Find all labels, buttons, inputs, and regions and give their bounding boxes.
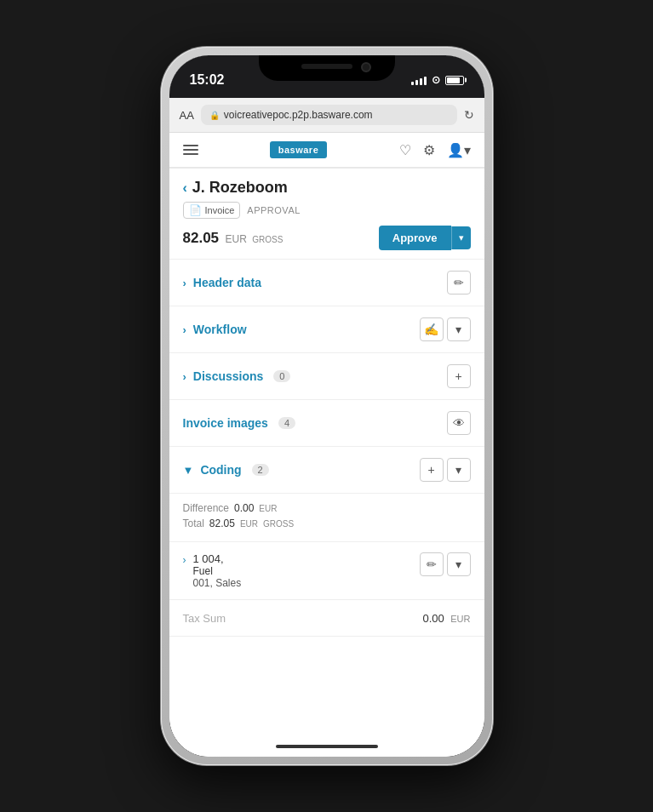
invoice-header: ‹ J. Rozeboom 📄 Invoice APPROVAL 82.05 [169,169,484,260]
lock-icon: 🔒 [209,111,220,120]
invoice-meta: 📄 Invoice APPROVAL [183,202,471,219]
invoice-amount-row: 82.05 EUR GROSS Approve ▾ [183,226,471,250]
invoice-badge-label: Invoice [205,205,235,215]
speaker [301,64,352,69]
line-item-actions: ✏ ▾ [420,552,471,576]
line-item-code: 1 004, [193,552,242,565]
document-icon: 📄 [189,204,202,216]
line-item-edit-button[interactable]: ✏ [420,552,444,576]
discussions-title[interactable]: Discussions [193,369,263,383]
tax-label: Tax Sum [183,612,226,625]
refresh-icon[interactable]: ↻ [464,108,474,122]
coding-left: ▼ Coding 2 [183,463,269,477]
tax-value: 0.00 [423,612,444,625]
line-item-details: 1 004, Fuel 001, Sales [193,552,242,589]
invoice-images-left: Invoice images 4 [183,416,296,430]
line-item-chevron[interactable]: › [183,554,186,566]
nav-icons: ♡ ⚙ 👤▾ [399,142,471,158]
user-icon[interactable]: 👤▾ [447,142,471,158]
hamburger-button[interactable] [183,145,198,155]
workflow-comment-button[interactable]: ✍ [420,317,444,341]
line-item-name: Fuel [193,565,242,577]
invoice-images-badge: 4 [278,417,295,429]
line-item-sub: 001, Sales [193,577,242,589]
approve-btn-group: Approve ▾ [379,226,471,250]
header-data-edit-button[interactable]: ✏ [447,271,471,294]
total-value: 82.05 [209,518,235,529]
invoice-amount: 82.05 [183,230,220,246]
workflow-actions: ✍ ▾ [420,317,471,341]
app-content: basware ♡ ⚙ 👤▾ ‹ J. Rozeboom [169,133,484,757]
invoice-images-view-button[interactable]: 👁 [447,411,471,435]
signal-icon [411,75,427,85]
workflow-chevron[interactable]: › [183,323,186,336]
invoice-images-actions: 👁 [447,411,471,435]
notch [259,55,395,81]
coding-section: ▼ Coding 2 + ▾ Difference 0.00 [169,447,484,542]
header-data-title[interactable]: Header data [193,276,261,289]
coding-count: 2 [252,464,269,476]
invoice-amount-container: 82.05 EUR GROSS [183,230,284,247]
discussions-section: › Discussions 0 + [169,353,484,400]
coding-difference-row: Difference 0.00 EUR [183,502,471,514]
battery-icon [445,76,464,85]
bell-icon[interactable]: ♡ [399,142,411,158]
back-button[interactable]: ‹ [183,180,187,196]
workflow-dropdown-button[interactable]: ▾ [447,317,471,341]
tax-row: Tax Sum 0.00 EUR [169,600,484,637]
workflow-section: › Workflow ✍ ▾ [169,306,484,353]
header-data-chevron[interactable]: › [183,277,186,289]
difference-currency: EUR [259,504,277,513]
workflow-left: › Workflow [183,323,247,336]
header-data-left: › Header data [183,276,262,289]
invoice-images-section: Invoice images 4 👁 [169,400,484,447]
home-indicator[interactable] [276,745,378,748]
line-item-left: › 1 004, Fuel 001, Sales [183,552,242,589]
coding-total-row: Total 82.05 EUR GROSS [183,518,471,529]
wifi-icon: ⊙ [432,74,440,86]
coding-header: ▼ Coding 2 + ▾ [169,447,484,494]
amount-currency: EUR [226,233,247,245]
browser-url-text: voicreativepoc.p2p.basware.com [224,109,449,121]
status-time: 15:02 [190,72,225,88]
line-item-dropdown-button[interactable]: ▾ [447,552,471,576]
workflow-title[interactable]: Workflow [193,323,247,336]
approve-dropdown-button[interactable]: ▾ [451,226,471,249]
discussions-left: › Discussions 0 [183,369,291,383]
coding-actions: + ▾ [420,458,471,482]
line-item-row: › 1 004, Fuel 001, Sales ✏ ▾ [183,552,471,589]
basware-logo: basware [270,141,328,158]
total-currency: EUR [240,519,258,529]
difference-label: Difference [183,502,229,514]
coding-title[interactable]: Coding [200,463,241,477]
screen: 15:02 ⊙ AA 🔒 [169,55,484,757]
total-gross: GROSS [263,519,294,529]
tax-currency: EUR [450,614,470,624]
discussions-add-button[interactable]: + [447,364,471,388]
coding-body: Difference 0.00 EUR Total 82.05 EUR GROS… [169,494,484,542]
header-data-section: › Header data ✏ [169,260,484,306]
status-icons: ⊙ [411,74,464,86]
difference-value: 0.00 [234,502,254,514]
invoice-badge: 📄 Invoice [183,202,241,219]
browser-bar: AA 🔒 voicreativepoc.p2p.basware.com ↻ [169,98,484,133]
total-label: Total [183,518,204,529]
browser-url-bar[interactable]: 🔒 voicreativepoc.p2p.basware.com [201,105,457,125]
coding-add-button[interactable]: + [420,458,444,482]
phone-frame: 15:02 ⊙ AA 🔒 [161,47,493,765]
gear-icon[interactable]: ⚙ [423,142,435,158]
discussions-chevron[interactable]: › [183,370,186,383]
tax-value-container: 0.00 EUR [423,610,471,626]
coding-chevron-down[interactable]: ▼ [183,464,194,477]
camera [361,62,371,72]
coding-dropdown-button[interactable]: ▾ [447,458,471,482]
person-name: J. Rozeboom [192,179,288,197]
invoice-images-title[interactable]: Invoice images [183,416,268,430]
app-nav: basware ♡ ⚙ 👤▾ [169,133,484,169]
approve-button[interactable]: Approve [379,226,451,250]
discussions-actions: + [447,364,471,388]
approval-label: APPROVAL [247,205,301,215]
back-row: ‹ J. Rozeboom [183,179,471,197]
browser-aa-label[interactable]: AA [180,109,194,122]
discussions-badge: 0 [273,370,290,382]
